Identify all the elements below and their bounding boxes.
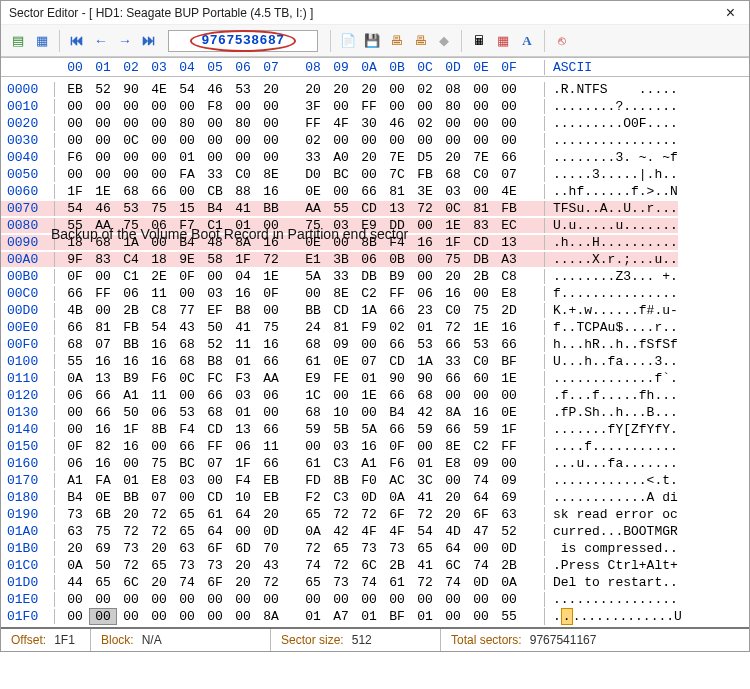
ascii-column-header: ASCII bbox=[545, 60, 592, 75]
hex-row[interactable]: 01F0000000000000008A01A701BF01000055....… bbox=[1, 608, 749, 625]
row-bytes[interactable]: 66FF06110003160F008EC2FF061600E8 bbox=[55, 286, 545, 301]
print-icon[interactable]: 🖶 bbox=[385, 30, 407, 52]
row-bytes[interactable]: 06160075BC071F6661C3A1F601E80900 bbox=[55, 456, 545, 471]
list-icon[interactable]: ▦ bbox=[31, 30, 53, 52]
hex-rows[interactable]: Backup of the Volume Boot Record in Part… bbox=[1, 77, 749, 627]
row-bytes[interactable]: 44656C20746F20726573746172740D0A bbox=[55, 575, 545, 590]
hex-row[interactable]: 00100000000000F800003F00FF0000800000....… bbox=[1, 98, 749, 115]
hex-row[interactable]: 00D04B002BC877EFB800BBCD1A6623C0752DK.+.… bbox=[1, 302, 749, 319]
row-ascii: TFSu..A..U..r... bbox=[545, 201, 678, 216]
hex-row[interactable]: 01A0637572726564000D0A424F4F544D4752curr… bbox=[1, 523, 749, 540]
row-bytes[interactable]: F60000000100000033A0207ED5207E66 bbox=[55, 150, 545, 165]
hex-row[interactable]: 01C00A5072657373204374726C2B416C742B.Pre… bbox=[1, 557, 749, 574]
hex-row[interactable]: 01300066500653680100681000B4428A160E.fP.… bbox=[1, 404, 749, 421]
row-bytes[interactable]: 00000000000000000000000000000000 bbox=[55, 592, 545, 607]
open-icon[interactable]: 📄 bbox=[337, 30, 359, 52]
row-bytes[interactable]: 0F00C12E0F00041E5A33DBB900202BC8 bbox=[55, 269, 545, 284]
hex-row[interactable]: 005000000000FA33C08ED0BC007CFB68C007....… bbox=[1, 166, 749, 183]
font-icon[interactable]: A bbox=[516, 30, 538, 52]
hex-col-header: 0D bbox=[439, 60, 467, 75]
hex-row[interactable]: 016006160075BC071F6661C3A1F601E80900...u… bbox=[1, 455, 749, 472]
row-bytes[interactable]: 6681FB54435041752481F90201721E16 bbox=[55, 320, 545, 335]
row-bytes[interactable]: 4B002BC877EFB800BBCD1A6623C0752D bbox=[55, 303, 545, 318]
row-bytes[interactable]: 0A13B9F60CFCF3AAE9FE01909066601E bbox=[55, 371, 545, 386]
row-bytes[interactable]: 20697320636F6D70726573736564000D bbox=[55, 541, 545, 556]
row-ascii: U...h..fa....3.. bbox=[545, 354, 678, 369]
row-bytes[interactable]: 000000000000008A01A701BF01000055 bbox=[55, 608, 545, 625]
hex-col-header: 01 bbox=[89, 60, 117, 75]
row-bytes[interactable]: 5516161668B80166610E07CD1A33C0BF bbox=[55, 354, 545, 369]
row-bytes[interactable]: 0666A111006603061C001E6668000000 bbox=[55, 388, 545, 403]
hex-row[interactable]: 01500F82160066FF06110003160F008EC2FF....… bbox=[1, 438, 749, 455]
sector-number-field[interactable]: 9767538687 bbox=[168, 30, 318, 52]
save-icon[interactable]: 💾 bbox=[361, 30, 383, 52]
hex-row[interactable]: 01005516161668B80166610E07CD1A33C0BFU...… bbox=[1, 353, 749, 370]
hex-row[interactable]: 01D044656C20746F20726573746172740D0ADel … bbox=[1, 574, 749, 591]
hex-row[interactable]: 00A09F83C4189E581F72E13B060B0075DBA3....… bbox=[1, 251, 749, 268]
hex-col-header: 0C bbox=[411, 60, 439, 75]
row-bytes[interactable]: 18681A00B4488A160E008BF4161FCD13 bbox=[55, 235, 545, 250]
row-offset: 00E0 bbox=[1, 320, 55, 335]
next-sector-button[interactable]: → bbox=[114, 30, 136, 52]
hex-row[interactable]: 008055AA7506F7C101007503E9DD001E83ECU.u.… bbox=[1, 217, 749, 234]
hex-row[interactable]: 00B00F00C12E0F00041E5A33DBB900202BC8....… bbox=[1, 268, 749, 285]
hex-row[interactable]: 00E06681FB54435041752481F90201721E16f..T… bbox=[1, 319, 749, 336]
row-offset: 0020 bbox=[1, 116, 55, 131]
row-bytes[interactable]: 0000000000F800003F00FF0000800000 bbox=[55, 99, 545, 114]
sector-editor-window: Sector Editor - [ HD1: Seagate BUP Porta… bbox=[0, 0, 750, 652]
row-ascii: ........Z3... +. bbox=[545, 269, 678, 284]
hex-row[interactable]: 00200000000080008000FF4F304602000000....… bbox=[1, 115, 749, 132]
hex-row[interactable]: 0170A1FA01E80300F4EBFD8BF0AC3C007409....… bbox=[1, 472, 749, 489]
sector-number-value: 9767538687 bbox=[201, 33, 284, 48]
prev-sector-button[interactable]: ← bbox=[90, 30, 112, 52]
hex-row[interactable]: 0040F60000000100000033A0207ED5207E66....… bbox=[1, 149, 749, 166]
calc-icon[interactable]: 🖩 bbox=[468, 30, 490, 52]
row-bytes[interactable]: 0000000080008000FF4F304602000000 bbox=[55, 116, 545, 131]
row-bytes[interactable]: 0A5072657373204374726C2B416C742B bbox=[55, 558, 545, 573]
hex-row[interactable]: 003000000C00000000000200000000000000....… bbox=[1, 132, 749, 149]
hex-row[interactable]: 0180B40EBB0700CD10EBF2C30D0A41206469....… bbox=[1, 489, 749, 506]
grid-icon[interactable]: ▦ bbox=[492, 30, 514, 52]
row-bytes[interactable]: 00161F8BF4CD1366595B5A665966591F bbox=[55, 422, 545, 437]
row-bytes[interactable]: 55AA7506F7C101007503E9DD001E83EC bbox=[55, 218, 545, 233]
new-icon[interactable]: ▤ bbox=[7, 30, 29, 52]
hex-row[interactable]: 009018681A00B4488A160E008BF4161FCD13.h..… bbox=[1, 234, 749, 251]
hex-row[interactable]: 00705446537515B441BBAA55CD13720C81FBTFSu… bbox=[1, 200, 749, 217]
row-bytes[interactable]: A1FA01E80300F4EBFD8BF0AC3C007409 bbox=[55, 473, 545, 488]
row-bytes[interactable]: 00000C00000000000200000000000000 bbox=[55, 133, 545, 148]
hex-row[interactable]: 00F06807BB16685211166809006653665366h...… bbox=[1, 336, 749, 353]
print2-icon[interactable]: 🖶 bbox=[409, 30, 431, 52]
hex-row[interactable]: 0000EB52904E544653202020200002080000.R.N… bbox=[1, 81, 749, 98]
row-bytes[interactable]: 0F82160066FF06110003160F008EC2FF bbox=[55, 439, 545, 454]
row-bytes[interactable]: 1F1E686600CB88160E0066813E03004E bbox=[55, 184, 545, 199]
hex-col-header: 09 bbox=[327, 60, 355, 75]
hex-row[interactable]: 01B020697320636F6D70726573736564000D is … bbox=[1, 540, 749, 557]
hex-row[interactable]: 014000161F8BF4CD1366595B5A665966591F....… bbox=[1, 421, 749, 438]
row-bytes[interactable]: 6807BB16685211166809006653665366 bbox=[55, 337, 545, 352]
row-ascii: ................ bbox=[545, 133, 678, 148]
row-bytes[interactable]: 736B2072656164206572726F72206F63 bbox=[55, 507, 545, 522]
close-button[interactable]: × bbox=[720, 4, 741, 22]
row-ascii: ...............U bbox=[545, 609, 682, 624]
row-bytes[interactable]: 9F83C4189E581F72E13B060B0075DBA3 bbox=[55, 252, 545, 267]
hex-row[interactable]: 01E000000000000000000000000000000000....… bbox=[1, 591, 749, 608]
row-ascii: Del to restart.. bbox=[545, 575, 678, 590]
row-bytes[interactable]: 00000000FA33C08ED0BC007CFB68C007 bbox=[55, 167, 545, 182]
first-sector-button[interactable]: ⏮ bbox=[66, 30, 88, 52]
hex-row[interactable]: 00601F1E686600CB88160E0066813E03004E..hf… bbox=[1, 183, 749, 200]
row-bytes[interactable]: 637572726564000D0A424F4F544D4752 bbox=[55, 524, 545, 539]
hex-col-header: 05 bbox=[201, 60, 229, 75]
row-bytes[interactable]: 0066500653680100681000B4428A160E bbox=[55, 405, 545, 420]
row-bytes[interactable]: 5446537515B441BBAA55CD13720C81FB bbox=[55, 201, 545, 216]
separator bbox=[59, 30, 60, 52]
exit-icon[interactable]: ⎋ bbox=[551, 30, 573, 52]
row-bytes[interactable]: EB52904E544653202020200002080000 bbox=[55, 82, 545, 97]
offset-value: 1F1 bbox=[54, 633, 75, 647]
hex-row[interactable]: 01200666A111006603061C001E6668000000.f..… bbox=[1, 387, 749, 404]
row-bytes[interactable]: B40EBB0700CD10EBF2C30D0A41206469 bbox=[55, 490, 545, 505]
hex-row[interactable]: 01100A13B9F60CFCF3AAE9FE01909066601E....… bbox=[1, 370, 749, 387]
hex-row[interactable]: 0190736B2072656164206572726F72206F63sk r… bbox=[1, 506, 749, 523]
tag-icon[interactable]: ◆ bbox=[433, 30, 455, 52]
last-sector-button[interactable]: ⏭ bbox=[138, 30, 160, 52]
hex-row[interactable]: 00C066FF06110003160F008EC2FF061600E8f...… bbox=[1, 285, 749, 302]
